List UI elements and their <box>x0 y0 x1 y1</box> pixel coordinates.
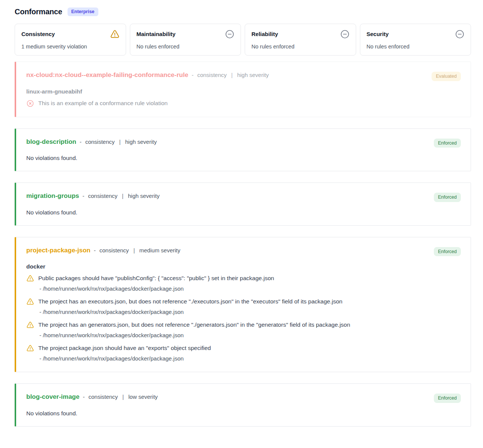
minus-circle-icon <box>225 29 235 39</box>
category-title: Maintainability <box>137 29 176 37</box>
rule-severity: high severity <box>237 72 269 78</box>
no-violations-text: No violations found. <box>26 410 461 417</box>
rule-meta-divider: | <box>119 139 121 145</box>
violation-file-path: - /home/runner/work/nx/nx/packages/docke… <box>39 285 461 293</box>
rule-category: consistency <box>88 193 117 199</box>
rule-status-badge: Evaluated <box>432 72 461 81</box>
rule-meta-divider: | <box>231 72 233 78</box>
violation-message: The project has an executors.json, but d… <box>38 297 342 305</box>
rule-severity: medium severity <box>139 247 180 253</box>
rule-name-link[interactable]: migration-groups <box>26 192 79 200</box>
violation-file-path: - /home/runner/work/nx/nx/packages/docke… <box>39 308 461 316</box>
rule-status-badge: Enforced <box>434 247 461 256</box>
category-status-text: No rules enforced <box>251 44 350 50</box>
rule-severity: high severity <box>125 139 156 145</box>
rule-category: consistency <box>99 247 129 253</box>
rule-name-link[interactable]: project-package-json <box>26 247 90 254</box>
rule-meta-divider: | <box>122 193 123 199</box>
rule-body: No violations found. <box>26 410 461 417</box>
warning-triangle-icon <box>110 29 120 39</box>
category-summary-card: Reliability No rules enforced <box>245 24 356 56</box>
violation-message: The project package.json should have an … <box>38 344 211 352</box>
project-name: linux-arm-gnueabihf <box>26 88 461 95</box>
rule-body: linux-arm-gnueabihfThis is an example of… <box>26 88 461 107</box>
rule-meta-divider: | <box>122 394 124 400</box>
rule-category: consistency <box>85 139 114 145</box>
violation-file-path: - /home/runner/work/nx/nx/packages/docke… <box>39 332 461 339</box>
violation-file-path: - /home/runner/work/nx/nx/packages/docke… <box>39 355 461 362</box>
violation-message: The project has an generators.json, but … <box>38 321 350 329</box>
violation-item: This is an example of a conformance rule… <box>26 99 461 107</box>
conformance-page: Conformance Enterprise Consistency 1 med… <box>0 0 483 441</box>
rule-card: blog-description - consistency | high se… <box>15 128 471 172</box>
minus-circle-icon <box>340 29 350 39</box>
rule-meta-divider: | <box>133 247 135 253</box>
category-status-text: No rules enforced <box>367 44 465 50</box>
category-title: Reliability <box>251 29 278 37</box>
minus-circle-icon <box>455 29 465 39</box>
rule-body: No violations found. <box>26 209 461 216</box>
rule-card: project-package-json - consistency | med… <box>15 237 471 373</box>
no-violations-text: No violations found. <box>26 155 461 161</box>
rule-status-badge: Enforced <box>434 394 461 403</box>
violation-item: The project has an generators.json, but … <box>26 321 461 339</box>
rule-meta-separator: - <box>83 394 85 400</box>
rule-meta-separator: - <box>80 139 81 145</box>
category-title: Security <box>367 29 389 37</box>
rule-status-badge: Enforced <box>434 193 461 202</box>
rule-meta-separator: - <box>94 247 96 253</box>
warning-triangle-icon <box>26 321 34 329</box>
category-status-text: 1 medium severity violation <box>21 44 120 50</box>
page-title: Conformance <box>15 8 62 16</box>
category-status-text: No rules enforced <box>137 44 235 50</box>
warning-triangle-icon <box>26 298 34 306</box>
rule-category: consistency <box>89 394 118 400</box>
category-title: Consistency <box>21 29 55 37</box>
error-circle-icon <box>26 100 34 107</box>
rule-card: migration-groups - consistency | high se… <box>15 183 471 226</box>
rule-status-badge: Enforced <box>434 139 461 148</box>
rule-body: dockerPublic packages should have "publi… <box>26 263 461 362</box>
enterprise-badge: Enterprise <box>68 8 98 16</box>
page-header: Conformance Enterprise <box>15 8 471 16</box>
rules-list: nx-cloud:nx-cloud--example-failing-confo… <box>15 62 471 427</box>
violation-message: This is an example of a conformance rule… <box>38 99 168 107</box>
rule-name-link[interactable]: nx-cloud:nx-cloud--example-failing-confo… <box>26 71 188 79</box>
violation-item: The project package.json should have an … <box>26 344 461 362</box>
category-summary-card: Maintainability No rules enforced <box>130 24 241 56</box>
violation-item: The project has an executors.json, but d… <box>26 297 461 316</box>
rule-meta-separator: - <box>192 72 194 78</box>
project-name: docker <box>26 263 461 270</box>
rule-severity: low severity <box>128 394 158 400</box>
rule-meta-separator: - <box>83 193 84 199</box>
warning-triangle-icon <box>26 344 34 352</box>
rule-card: blog-cover-image - consistency | low sev… <box>15 383 471 427</box>
violation-message: Public packages should have "publishConf… <box>38 274 274 282</box>
no-violations-text: No violations found. <box>26 209 461 216</box>
category-summary-row: Consistency 1 medium severity violation … <box>15 24 471 56</box>
category-summary-card: Security No rules enforced <box>360 24 471 56</box>
rule-name-link[interactable]: blog-cover-image <box>26 393 80 401</box>
rule-body: No violations found. <box>26 155 461 161</box>
violation-item: Public packages should have "publishConf… <box>26 274 461 293</box>
rule-severity: high severity <box>128 193 159 199</box>
category-summary-card: Consistency 1 medium severity violation <box>15 24 126 56</box>
rule-card: nx-cloud:nx-cloud--example-failing-confo… <box>15 62 471 117</box>
rule-name-link[interactable]: blog-description <box>26 138 76 146</box>
warning-triangle-icon <box>26 275 34 282</box>
rule-category: consistency <box>197 72 227 78</box>
